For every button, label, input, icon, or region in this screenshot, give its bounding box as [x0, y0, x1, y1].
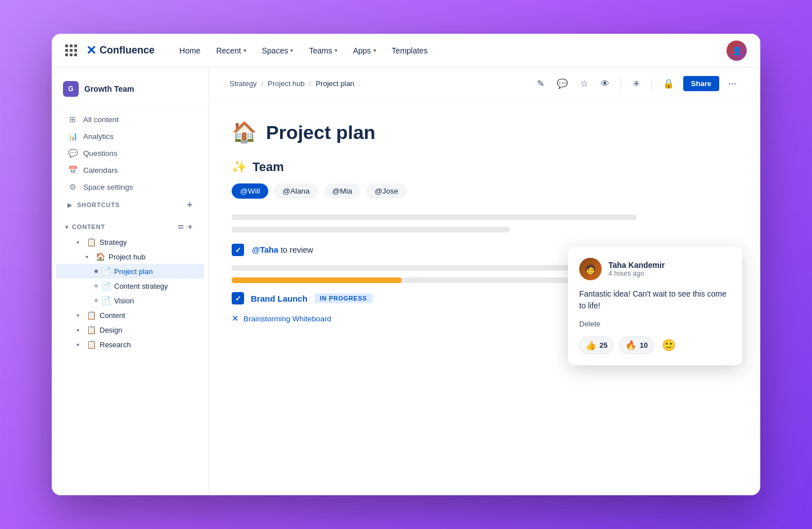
- chevron-down-icon: ▾: [76, 239, 83, 245]
- tree-item-design[interactable]: ▾ 📋 Design: [56, 322, 204, 337]
- questions-icon: 💬: [67, 149, 78, 158]
- active-dot: [94, 270, 98, 273]
- nav-home[interactable]: Home: [173, 43, 207, 59]
- grid-menu-icon[interactable]: [65, 44, 77, 56]
- task-text: @Taha to review: [252, 245, 313, 254]
- main-layout: G Growth Team ⊞ All content 📊 Analytics …: [52, 68, 760, 495]
- browser-window: ✕ Confluence Home Recent ▾ Spaces ▾ Team…: [52, 34, 760, 495]
- chevron-right-icon: ▾: [76, 342, 83, 348]
- logo-name: Confluence: [100, 44, 155, 56]
- placeholder-line: [232, 227, 510, 232]
- ai-button[interactable]: ✳: [629, 76, 643, 91]
- all-content-icon: ⊞: [67, 115, 78, 124]
- placeholder-line: [232, 214, 637, 220]
- project-hub-icon: 🏠: [96, 252, 105, 261]
- comment-reactions: 👍 25 🔥 10 🙂: [579, 336, 731, 354]
- content-tree-section: ▾ CONTENT ⚌ + ▾ 📋 Strategy ▾ 🏠: [52, 214, 209, 356]
- project-plan-icon: 📄: [101, 267, 111, 276]
- space-name[interactable]: Growth Team: [84, 84, 134, 93]
- chevron-down-icon: ▾: [335, 47, 337, 53]
- calendars-icon: 📅: [67, 165, 78, 174]
- filter-icon[interactable]: ⚌: [178, 222, 184, 231]
- nav-apps[interactable]: Apps ▾: [346, 43, 383, 59]
- comment-avatar: 🧑: [579, 258, 602, 280]
- mention-will[interactable]: @Will: [232, 183, 268, 199]
- brand-checkbox[interactable]: [232, 292, 244, 304]
- breadcrumb-sep-1: /: [261, 79, 263, 88]
- sidebar-item-calendars[interactable]: 📅 Calendars: [56, 162, 204, 178]
- reaction-fire[interactable]: 🔥 10: [619, 337, 653, 354]
- tree-item-strategy[interactable]: ▾ 📋 Strategy: [56, 235, 204, 249]
- tree-item-project-hub[interactable]: ▾ 🏠 Project hub: [56, 249, 204, 264]
- star-button[interactable]: ☆: [577, 76, 592, 91]
- placeholder-lines-1: [232, 214, 738, 232]
- space-icon: G: [63, 81, 79, 97]
- separator: [621, 78, 621, 89]
- breadcrumb-project-hub[interactable]: Project hub: [268, 79, 305, 88]
- shortcuts-section[interactable]: ▶ SHORTCUTS +: [56, 195, 204, 214]
- breadcrumb-strategy[interactable]: Strategy: [229, 79, 256, 88]
- breadcrumb: Strategy / Project hub / Project plan: [229, 79, 354, 88]
- reaction-thumbsup[interactable]: 👍 25: [579, 337, 613, 354]
- team-emoji: ✨: [232, 160, 247, 174]
- watch-button[interactable]: 👁: [597, 77, 613, 91]
- reaction-count-1: 25: [599, 341, 607, 349]
- analytics-icon: 📊: [67, 132, 78, 141]
- tree-item-content[interactable]: ▾ 📋 Content: [56, 308, 204, 322]
- breadcrumb-actions: ✎ 💬 ☆ 👁 ✳ 🔒 Share ···: [534, 75, 740, 92]
- space-header: G Growth Team: [52, 77, 209, 106]
- separator-2: [651, 78, 652, 89]
- sidebar-item-all-content[interactable]: ⊞ All content: [56, 111, 204, 128]
- mention-jose[interactable]: @Jose: [366, 183, 407, 199]
- chevron-down-icon: ▾: [243, 47, 246, 53]
- add-reaction-button[interactable]: 🙂: [660, 336, 678, 354]
- page-title-emoji: 🏠: [232, 120, 257, 144]
- content-section-toggle[interactable]: ▾ CONTENT ⚌ +: [56, 219, 204, 235]
- user-avatar[interactable]: 👤: [727, 41, 747, 61]
- sidebar-item-analytics[interactable]: 📊 Analytics: [56, 128, 204, 145]
- chevron-right-icon: ▶: [67, 202, 73, 208]
- reaction-count-2: 10: [639, 341, 647, 349]
- more-options-button[interactable]: ···: [725, 75, 740, 92]
- mention-alana[interactable]: @Alana: [274, 183, 318, 199]
- brand-launch-text[interactable]: Brand Launch: [251, 294, 308, 303]
- add-shortcut-button[interactable]: +: [187, 200, 193, 210]
- mention-mia[interactable]: @Mia: [324, 183, 360, 199]
- chevron-down-icon: ▾: [290, 47, 293, 53]
- sidebar-item-questions[interactable]: 💬 Questions: [56, 145, 204, 162]
- comment-author-info: Taha Kandemir 4 hours ago: [608, 261, 665, 277]
- page-content: 🏠 Project plan ✨ Team @Will @Alana @Mia …: [209, 100, 760, 346]
- nav-spaces[interactable]: Spaces ▾: [255, 43, 300, 59]
- nav-templates[interactable]: Templates: [385, 43, 435, 59]
- confluence-icon: ✕: [232, 313, 239, 324]
- content-area: Strategy / Project hub / Project plan ✎ …: [209, 68, 760, 495]
- chevron-down-icon: ▾: [65, 224, 69, 230]
- in-progress-badge: IN PROGRESS: [314, 293, 373, 303]
- nav-links: Home Recent ▾ Spaces ▾ Teams ▾ Apps ▾ Te…: [173, 43, 722, 59]
- add-content-button[interactable]: +: [188, 222, 193, 231]
- top-nav: ✕ Confluence Home Recent ▾ Spaces ▾ Team…: [52, 34, 760, 68]
- comment-text: Fantastic idea! Can't wait to see this c…: [579, 288, 731, 312]
- tree-item-research[interactable]: ▾ 📋 Research: [56, 337, 204, 352]
- task-checkbox[interactable]: [232, 244, 244, 256]
- nav-recent[interactable]: Recent ▾: [209, 43, 252, 59]
- lock-button[interactable]: 🔒: [660, 76, 678, 91]
- nav-teams[interactable]: Teams ▾: [302, 43, 344, 59]
- sidebar-item-space-settings[interactable]: ⚙ Space settings: [56, 178, 204, 195]
- edit-button[interactable]: ✎: [534, 76, 548, 91]
- content-strategy-icon: 📄: [101, 281, 111, 290]
- tree-item-project-plan[interactable]: 📄 Project plan: [56, 264, 204, 279]
- tree-item-vision[interactable]: 📄 Vision: [56, 293, 204, 308]
- comment-button[interactable]: 💬: [553, 76, 571, 91]
- share-button[interactable]: Share: [683, 76, 719, 91]
- research-icon: 📋: [87, 340, 96, 349]
- vision-icon: 📄: [101, 296, 111, 305]
- delete-button[interactable]: Delete: [579, 320, 731, 328]
- avatar-image: 👤: [727, 41, 747, 61]
- tree-item-content-strategy[interactable]: 📄 Content strategy: [56, 279, 204, 293]
- task-mention[interactable]: @Taha: [252, 245, 278, 254]
- confluence-logo[interactable]: ✕ Confluence: [86, 43, 155, 58]
- progress-fill: [232, 277, 402, 283]
- chevron-down-icon: ▾: [373, 47, 376, 53]
- comment-header: 🧑 Taha Kandemir 4 hours ago: [579, 258, 731, 280]
